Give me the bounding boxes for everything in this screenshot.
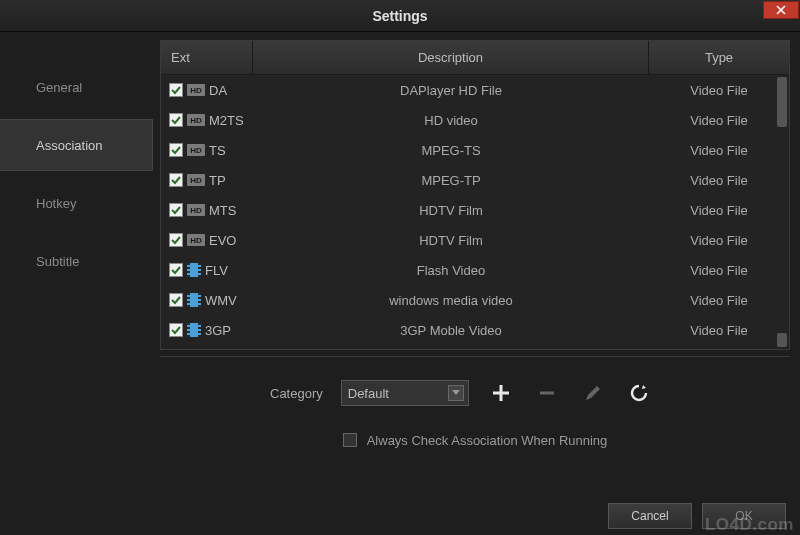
- film-icon: [187, 263, 201, 277]
- ext-text: TP: [209, 173, 226, 188]
- hd-icon: HD: [187, 114, 205, 126]
- add-button[interactable]: [487, 379, 515, 407]
- sidebar-item-label: Hotkey: [36, 196, 76, 211]
- sidebar-item-association[interactable]: Association: [0, 120, 152, 170]
- table-row[interactable]: 3GP3GP Moble VideoVideo File: [161, 315, 789, 345]
- category-label: Category: [270, 386, 323, 401]
- close-icon: [776, 5, 786, 15]
- cell-ext: WMV: [161, 293, 253, 308]
- sidebar-item-label: Subtitle: [36, 254, 79, 269]
- refresh-button[interactable]: [625, 379, 653, 407]
- ext-text: DA: [209, 83, 227, 98]
- sidebar-item-hotkey[interactable]: Hotkey: [0, 178, 152, 228]
- cell-type: Video File: [649, 293, 789, 308]
- association-table: Ext Description Type HDDADAPlayer HD Fil…: [160, 40, 790, 350]
- table-row[interactable]: HDEVOHDTV FilmVideo File: [161, 225, 789, 255]
- pencil-icon: [583, 383, 603, 403]
- always-check-checkbox[interactable]: [343, 433, 357, 447]
- cell-type: Video File: [649, 203, 789, 218]
- cell-ext: HDDA: [161, 83, 253, 98]
- sidebar-item-subtitle[interactable]: Subtitle: [0, 236, 152, 286]
- cell-ext: HDTS: [161, 143, 253, 158]
- ext-text: 3GP: [205, 323, 231, 338]
- always-check-label: Always Check Association When Running: [367, 433, 608, 448]
- cancel-button[interactable]: Cancel: [608, 503, 692, 529]
- row-checkbox[interactable]: [169, 233, 183, 247]
- column-header-type[interactable]: Type: [649, 41, 789, 74]
- ext-text: WMV: [205, 293, 237, 308]
- table-row[interactable]: HDMTSHDTV FilmVideo File: [161, 195, 789, 225]
- cell-type: Video File: [649, 113, 789, 128]
- ext-text: MTS: [209, 203, 236, 218]
- titlebar-title: Settings: [372, 8, 427, 24]
- scrollbar-thumb[interactable]: [777, 77, 787, 127]
- always-check-row: Always Check Association When Running: [160, 423, 790, 457]
- row-checkbox[interactable]: [169, 173, 183, 187]
- settings-window: Settings General Association Hotkey Subt…: [0, 0, 800, 535]
- table-body[interactable]: HDDADAPlayer HD FileVideo FileHDM2TSHD v…: [161, 75, 789, 349]
- cell-description: HDTV Film: [253, 233, 649, 248]
- divider: [160, 356, 790, 357]
- category-value: Default: [348, 386, 389, 401]
- table-row[interactable]: HDM2TSHD videoVideo File: [161, 105, 789, 135]
- category-select[interactable]: Default: [341, 380, 469, 406]
- cell-description: HDTV Film: [253, 203, 649, 218]
- cell-ext: HDTP: [161, 173, 253, 188]
- refresh-icon: [629, 383, 649, 403]
- row-checkbox[interactable]: [169, 293, 183, 307]
- table-row[interactable]: HDTSMPEG-TSVideo File: [161, 135, 789, 165]
- row-checkbox[interactable]: [169, 113, 183, 127]
- cell-description: Flash Video: [253, 263, 649, 278]
- scrollbar[interactable]: [777, 77, 787, 347]
- table-row[interactable]: HDTPMPEG-TPVideo File: [161, 165, 789, 195]
- scrollbar-thumb-lower[interactable]: [777, 333, 787, 347]
- table-row[interactable]: WMVwindows media videoVideo File: [161, 285, 789, 315]
- category-toolbar: Category Default: [160, 363, 790, 423]
- cell-ext: FLV: [161, 263, 253, 278]
- row-checkbox[interactable]: [169, 323, 183, 337]
- sidebar-item-label: Association: [36, 138, 102, 153]
- cell-ext: HDM2TS: [161, 113, 253, 128]
- hd-icon: HD: [187, 174, 205, 186]
- cell-description: windows media video: [253, 293, 649, 308]
- cell-ext: 3GP: [161, 323, 253, 338]
- table-header: Ext Description Type: [161, 41, 789, 75]
- close-button[interactable]: [763, 1, 799, 19]
- row-checkbox[interactable]: [169, 143, 183, 157]
- table-row[interactable]: HDDADAPlayer HD FileVideo File: [161, 75, 789, 105]
- remove-button[interactable]: [533, 379, 561, 407]
- plus-icon: [491, 383, 511, 403]
- dialog-buttons: Cancel OK: [608, 503, 786, 529]
- ext-text: EVO: [209, 233, 236, 248]
- row-checkbox[interactable]: [169, 83, 183, 97]
- column-header-description[interactable]: Description: [253, 41, 649, 74]
- chevron-down-icon: [448, 385, 464, 401]
- cell-description: HD video: [253, 113, 649, 128]
- column-header-ext[interactable]: Ext: [161, 41, 253, 74]
- main-panel: Ext Description Type HDDADAPlayer HD Fil…: [152, 32, 800, 494]
- cell-type: Video File: [649, 323, 789, 338]
- hd-icon: HD: [187, 234, 205, 246]
- cell-ext: HDMTS: [161, 203, 253, 218]
- hd-icon: HD: [187, 204, 205, 216]
- minus-icon: [537, 383, 557, 403]
- row-checkbox[interactable]: [169, 203, 183, 217]
- cell-ext: HDEVO: [161, 233, 253, 248]
- cell-type: Video File: [649, 173, 789, 188]
- edit-button[interactable]: [579, 379, 607, 407]
- ok-button[interactable]: OK: [702, 503, 786, 529]
- sidebar-item-general[interactable]: General: [0, 62, 152, 112]
- ext-text: FLV: [205, 263, 228, 278]
- cell-description: 3GP Moble Video: [253, 323, 649, 338]
- cell-description: MPEG-TP: [253, 173, 649, 188]
- sidebar-item-label: General: [36, 80, 82, 95]
- titlebar: Settings: [0, 0, 800, 32]
- film-icon: [187, 323, 201, 337]
- row-checkbox[interactable]: [169, 263, 183, 277]
- cell-description: DAPlayer HD File: [253, 83, 649, 98]
- ext-text: TS: [209, 143, 226, 158]
- hd-icon: HD: [187, 84, 205, 96]
- sidebar: General Association Hotkey Subtitle: [0, 32, 152, 494]
- cell-type: Video File: [649, 263, 789, 278]
- table-row[interactable]: FLVFlash VideoVideo File: [161, 255, 789, 285]
